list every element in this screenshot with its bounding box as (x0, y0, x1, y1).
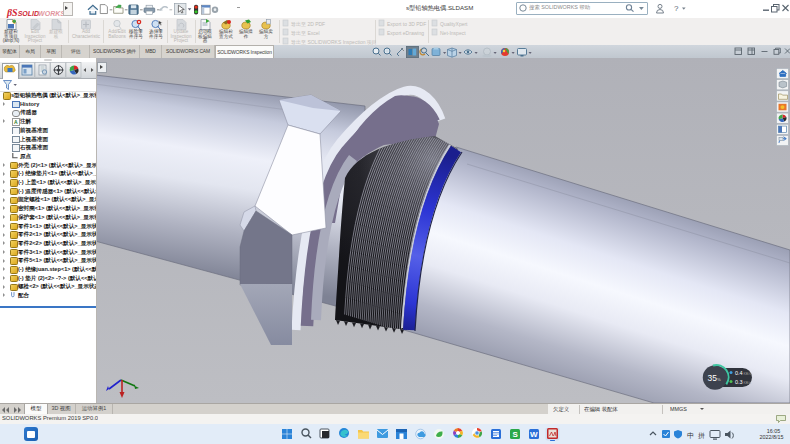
svg-text:W: W (530, 430, 538, 439)
svg-text:KB/s: KB/s (744, 372, 752, 376)
svg-text:?: ? (674, 4, 679, 13)
svg-text:0.4: 0.4 (735, 370, 743, 376)
svg-text:S: S (513, 430, 519, 439)
svg-text:35: 35 (708, 373, 718, 383)
svg-text:0.3: 0.3 (735, 379, 743, 385)
svg-text:%: % (717, 377, 721, 382)
svg-text:KB/s: KB/s (744, 381, 752, 385)
svg-text:拼: 拼 (698, 432, 705, 439)
svg-text:中: 中 (687, 432, 694, 439)
